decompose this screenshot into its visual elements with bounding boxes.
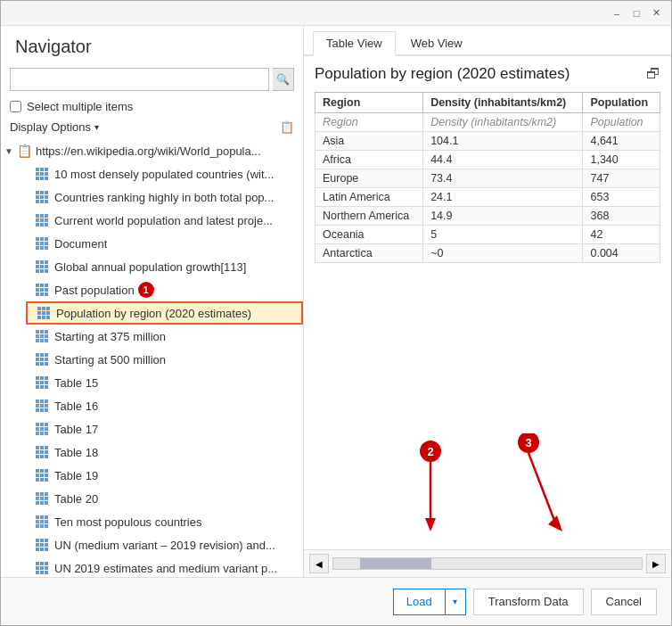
right-panel: Table View Web View Population by region… [304,26,671,577]
left-panel: Navigator 🔍 Select multiple items Displa… [1,26,304,577]
list-item[interactable]: Table 20 [26,487,303,510]
load-dropdown-button[interactable]: ▾ [445,589,466,615]
tab-web-view[interactable]: Web View [397,31,476,54]
tree-root: ▼ 📋 https://en.wikipedia.org/wiki/World_… [1,139,303,577]
grid-icon [35,329,49,343]
display-options[interactable]: Display Options ▾ 📋 [1,119,303,139]
svg-marker-7 [548,515,562,531]
data-table: Region Density (inhabitants/km2) Populat… [315,92,660,263]
maximize-button[interactable]: □ [627,4,646,23]
grid-icon [35,375,49,390]
tree-root-item[interactable]: ▼ 📋 https://en.wikipedia.org/wiki/World_… [1,139,303,162]
main-content: Navigator 🔍 Select multiple items Displa… [1,26,671,577]
table-row: Antarctica ~0 0.004 [316,244,660,263]
grid-icon [35,259,49,274]
table-row: Europe 73.4 747 [316,169,660,188]
tree-children: 10 most densely populated countries (wit… [1,162,303,577]
list-item[interactable]: Table 16 [26,394,303,417]
list-item[interactable]: Starting at 500 million [26,348,303,371]
preview-title: Population by region (2020 estimates) [315,65,570,83]
col-header-population: Population [583,93,660,113]
grid-icon [35,468,49,482]
title-bar: – □ ✕ [1,1,671,26]
tree-area[interactable]: ▼ 📋 https://en.wikipedia.org/wiki/World_… [1,139,303,577]
svg-text:3: 3 [525,436,531,449]
table-row: Africa 44.4 1,340 [316,151,660,169]
select-multiple-row: Select multiple items [1,98,303,119]
list-item[interactable]: Global annual population growth[113] [26,255,303,278]
export-icon[interactable]: 🗗 [646,66,660,82]
select-multiple-checkbox[interactable] [10,101,21,112]
preview-header: Population by region (2020 estimates) 🗗 [315,65,660,83]
col-header-density: Density (inhabitants/km2) [423,93,583,113]
list-item[interactable]: Starting at 375 million [26,325,303,348]
list-item[interactable]: Table 19 [26,464,303,487]
scroll-left-button[interactable]: ◀ [309,554,329,573]
list-item[interactable]: Table 18 [26,441,303,464]
selected-list-item[interactable]: Population by region (2020 estimates) [26,301,303,325]
grid-icon [35,236,49,251]
grid-icon [35,190,49,204]
list-item[interactable]: UN 2019 estimates and medium variant p..… [26,556,303,577]
navigator-window: – □ ✕ Navigator 🔍 Select multiple items … [0,0,672,626]
list-item[interactable]: UN (medium variant – 2019 revision) and.… [26,533,303,556]
display-options-label: Display Options [10,120,91,134]
grid-icon [35,283,49,297]
tab-table-view[interactable]: Table View [313,31,396,56]
search-bar: 🔍 [1,64,303,98]
list-item[interactable]: Table 15 [26,371,303,394]
tree-root-label: https://en.wikipedia.org/wiki/World_popu… [36,144,261,158]
grid-icon [35,491,49,506]
horizontal-scroll: ◀ ▶ [304,549,671,577]
grid-icon [35,213,49,227]
table-row: Oceania 5 42 [316,226,660,244]
scroll-thumb[interactable] [360,558,431,569]
svg-point-0 [420,441,441,462]
grid-icon [35,167,49,181]
scroll-right-button[interactable]: ▶ [646,554,666,573]
annotation-badge-1: 1 [138,282,154,298]
cancel-button[interactable]: Cancel [591,589,657,615]
preview-area: Population by region (2020 estimates) 🗗 … [304,56,671,549]
col-header-region: Region [316,93,423,113]
tabs: Table View Web View [304,26,671,56]
list-item[interactable]: Document [26,232,303,255]
svg-marker-3 [425,518,436,531]
svg-text:2: 2 [427,445,433,458]
load-button-group: Load ▾ [393,589,466,615]
table-row: Northern America 14.9 368 [316,207,660,226]
grid-icon [35,422,49,436]
list-item[interactable]: 10 most densely populated countries (wit… [26,162,303,185]
table-row: Asia 104.1 4,641 [316,132,660,151]
grid-icon [35,399,49,413]
search-icon[interactable]: 🔍 [273,68,294,91]
transform-data-button[interactable]: Transform Data [473,589,584,615]
list-item[interactable]: Table 17 [26,417,303,441]
annotation-area: 2 3 [315,433,660,540]
grid-icon [35,445,49,459]
scroll-track[interactable] [332,557,643,570]
svg-line-6 [529,453,555,523]
grid-icon [37,306,51,320]
table-row: Region Density (inhabitants/km2) Populat… [316,113,660,132]
grid-icon [35,352,49,367]
list-item[interactable]: Past population 1 [26,278,303,301]
grid-icon [35,561,49,575]
select-multiple-label: Select multiple items [27,100,133,113]
load-button[interactable]: Load [393,589,445,615]
minimize-button[interactable]: – [607,4,627,23]
list-item[interactable]: Countries ranking highly in both total p… [26,185,303,209]
dropdown-icon: ▾ [94,122,99,132]
table-row: Latin America 24.1 653 [316,188,660,207]
arrows-svg: 2 3 [315,433,660,540]
search-input[interactable] [10,68,269,91]
list-item[interactable]: Ten most populous countries [26,510,303,533]
bottom-bar: Load ▾ Transform Data Cancel [1,577,671,625]
list-item[interactable]: Current world population and latest proj… [26,209,303,232]
tree-chevron: ▼ [4,146,13,156]
svg-point-4 [518,433,539,453]
close-button[interactable]: ✕ [646,4,666,23]
display-options-extra-icon[interactable]: 📋 [280,120,294,134]
table-wrapper[interactable]: Region Density (inhabitants/km2) Populat… [315,92,660,433]
grid-icon [35,538,49,552]
